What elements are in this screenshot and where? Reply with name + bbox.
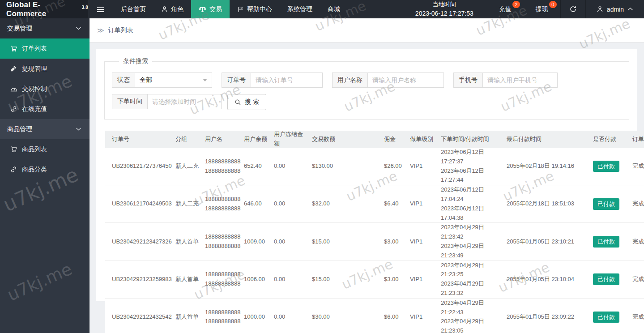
flag-icon: [237, 6, 244, 13]
nav-item-roles[interactable]: 角色: [154, 0, 191, 18]
sidebar-group-label: 交易管理: [7, 25, 32, 33]
nav-item-help[interactable]: 帮助中心: [230, 0, 280, 18]
cell-commission: $3.00: [384, 237, 410, 247]
user-icon: [597, 6, 603, 13]
sidebar-item-trade-control[interactable]: 交易控制: [0, 79, 90, 99]
cell-order-no: UB2304292122432542: [105, 312, 175, 322]
sidebar-item-order-list[interactable]: 订单列表: [0, 38, 90, 59]
cell-amount: $32.00: [312, 199, 384, 209]
cell-order-time: 2023年04月29日 21:22:43 2023年04月29日 21:23:0…: [441, 299, 507, 333]
cell-order-time: 2023年06月12日 17:04:24 2023年06月12日 17:04:3…: [441, 185, 507, 222]
cell-order-no: UB2304292123427326: [105, 237, 175, 247]
cell-status: 完成付款: [632, 199, 644, 209]
navbar-spacer: [348, 0, 402, 18]
cell-last-pay-time: 2055年02月18日 18:51:03: [507, 199, 593, 209]
nav-item-mall[interactable]: 商城: [320, 0, 348, 18]
sidebar-item-product-category[interactable]: 商品分类: [0, 159, 90, 179]
sidebar-item-withdraw-management[interactable]: 提现管理: [0, 59, 90, 79]
username-field-group: 用户名称: [332, 73, 444, 88]
order-time-label: 下单时间: [112, 94, 148, 109]
cell-group: 新人二充: [175, 199, 205, 209]
cell-paid: 已付款: [593, 161, 632, 172]
page-title: 订单列表: [108, 26, 133, 34]
sidebar-toggle-button[interactable]: [88, 0, 113, 18]
search-button[interactable]: 搜 索: [227, 94, 266, 110]
phone-field-group: 手机号: [453, 73, 558, 88]
cell-order-no: UB2306121727376450: [105, 162, 175, 171]
sidebar-group-label: 商品管理: [7, 125, 32, 133]
withdraw-label: 提现: [536, 5, 548, 13]
refresh-icon: [569, 5, 577, 13]
nav-item-label: 系统管理: [287, 5, 312, 13]
chevron-up-icon: [627, 7, 633, 11]
sidebar-group-trade-management[interactable]: 交易管理: [0, 18, 90, 38]
sidebar-item-label: 交易控制: [22, 85, 47, 93]
sidebar-item-label: 订单列表: [22, 45, 47, 53]
order-time-input[interactable]: [148, 94, 222, 109]
cell-level: VIP1: [410, 199, 441, 209]
cell-level: VIP1: [410, 237, 441, 247]
col-header-commission: 佣金: [384, 135, 410, 144]
username-line: 18888888888: [205, 204, 240, 213]
nav-item-dashboard[interactable]: 后台首页: [113, 0, 154, 18]
cell-group: 新人首单: [175, 275, 205, 284]
recharge-label: 充值: [499, 5, 512, 13]
order-no-input[interactable]: [251, 73, 323, 88]
sidebar-item-label: 在线充值: [22, 105, 47, 113]
nav-item-label: 后台首页: [121, 5, 146, 13]
cell-level: VIP1: [410, 275, 441, 284]
search-fieldset: 条件搜索 状态 全部 订单号 用户名称 手机号: [104, 57, 629, 120]
sidebar-group-product-management[interactable]: 商品管理: [0, 119, 90, 139]
phone-input[interactable]: [483, 73, 558, 88]
table-row: UB2304292123427326 新人首单 18888888888 1888…: [105, 223, 644, 260]
cell-paid: 已付款: [593, 236, 632, 248]
user-menu[interactable]: admin: [586, 0, 644, 18]
cell-paid: 已付款: [593, 273, 632, 285]
pay-time-line: 2023年06月12日 17:27:44: [441, 166, 503, 185]
col-header-level: 做单级别: [410, 135, 441, 144]
search-row-2: 下单时间 搜 索: [112, 94, 629, 110]
app-version: 3.0: [81, 5, 88, 10]
cart-icon: [10, 45, 17, 52]
cell-paid: 已付款: [593, 312, 632, 323]
search-legend: 条件搜索: [119, 57, 152, 65]
table-row: UB2304292122432542 新人首单 18888888888 1888…: [105, 299, 644, 333]
order-no-label: 订单号: [222, 73, 251, 88]
cell-group: 新人首单: [175, 312, 205, 322]
username-line: 18888888888: [205, 242, 240, 251]
phone-label: 手机号: [453, 73, 483, 88]
col-header-username: 用户名: [205, 135, 244, 144]
nav-item-trade[interactable]: 交易: [191, 0, 230, 18]
paid-badge: 已付款: [593, 161, 619, 172]
recharge-button[interactable]: 充值 2: [487, 0, 524, 18]
cell-commission: $6.00: [384, 312, 410, 322]
username-label: 用户名称: [332, 73, 368, 88]
link-icon: [10, 106, 17, 112]
username-line: 18888888888: [205, 270, 240, 279]
cell-status: 完成付款: [632, 237, 644, 247]
cell-balance: 1006.00: [244, 275, 274, 284]
sidebar-item-online-recharge[interactable]: 在线充值: [0, 99, 90, 119]
cell-amount: $130.00: [312, 162, 384, 171]
status-select[interactable]: 全部: [135, 73, 212, 88]
paid-badge: 已付款: [593, 198, 619, 210]
refresh-button[interactable]: [560, 0, 586, 18]
cell-order-no: UB2306121704249503: [105, 199, 175, 209]
col-header-order-no: 订单号: [105, 135, 175, 144]
cell-status: 完成付款: [632, 162, 644, 171]
order-time-field-group: 下单时间: [112, 94, 222, 109]
nav-item-label: 商城: [328, 5, 340, 13]
withdraw-count-badge: 0: [549, 1, 557, 8]
cell-order-no: UB2304292123259983: [105, 275, 175, 284]
nav-item-system[interactable]: 系统管理: [280, 0, 320, 18]
orders-table: 订单号 分组 用户名 用户余额 用户冻结金额 交易数额 佣金 做单级别 下单时间…: [105, 131, 644, 333]
col-header-balance: 用户余额: [244, 135, 274, 144]
withdraw-button[interactable]: 提现 0: [524, 0, 560, 18]
table-header-row: 订单号 分组 用户名 用户余额 用户冻结金额 交易数额 佣金 做单级别 下单时间…: [105, 131, 644, 148]
username-line: 18888888888: [205, 279, 240, 289]
sidebar-item-product-list[interactable]: 商品列表: [0, 139, 90, 159]
chevron-down-icon: [203, 79, 207, 81]
username-input[interactable]: [368, 73, 444, 88]
person-icon: [161, 6, 168, 13]
cell-commission: $6.40: [384, 199, 410, 209]
